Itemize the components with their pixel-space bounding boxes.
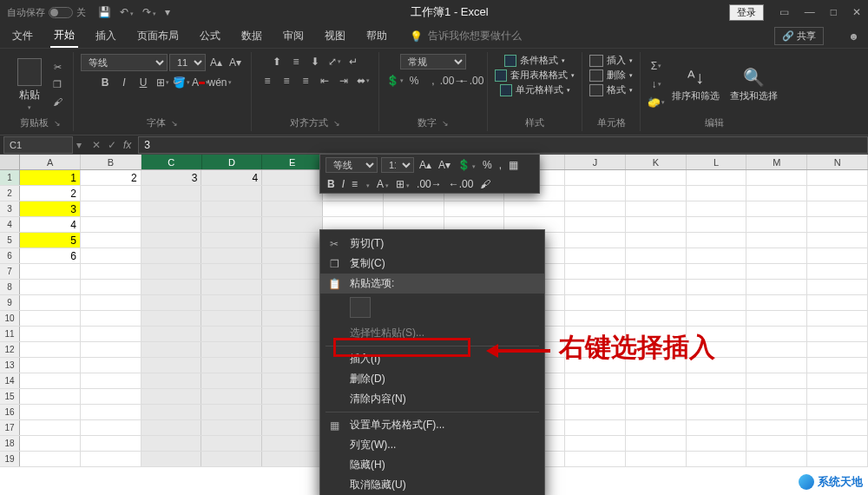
row-header[interactable]: 2	[0, 186, 20, 201]
indent-decrease-icon[interactable]: ⇤	[316, 73, 333, 89]
cell[interactable]	[81, 389, 141, 404]
tab-home[interactable]: 开始	[50, 24, 78, 48]
cell[interactable]	[323, 201, 384, 216]
cell[interactable]	[201, 186, 262, 201]
cell[interactable]	[807, 342, 868, 357]
context-paste-special[interactable]: 选择性粘贴(S)...	[320, 323, 544, 343]
ribbon-display-icon[interactable]: ▭	[779, 6, 789, 18]
row-header[interactable]: 8	[0, 280, 20, 294]
conditional-format-button[interactable]: 条件格式▾	[504, 54, 565, 67]
cell[interactable]	[141, 389, 202, 404]
cell[interactable]	[807, 170, 868, 185]
name-box-dropdown[interactable]: ▾	[73, 139, 85, 151]
cell[interactable]	[141, 186, 202, 201]
cell[interactable]	[746, 201, 807, 216]
cell[interactable]	[201, 452, 262, 466]
column-header-L[interactable]: L	[687, 155, 747, 169]
cell[interactable]	[626, 405, 687, 419]
cell[interactable]	[565, 217, 626, 232]
cell[interactable]	[807, 436, 868, 451]
cell[interactable]	[81, 233, 141, 248]
cell[interactable]	[141, 264, 202, 279]
cell[interactable]	[141, 280, 202, 294]
mini-percent-icon[interactable]: %	[481, 159, 494, 171]
tab-review[interactable]: 审阅	[279, 25, 307, 47]
column-header-M[interactable]: M	[746, 155, 807, 169]
cell[interactable]	[746, 389, 807, 404]
cell[interactable]	[746, 452, 807, 466]
context-cut[interactable]: ✂剪切(T)	[320, 234, 544, 254]
context-paste-options[interactable]: 📋粘贴选项:	[320, 274, 544, 294]
mini-decrease-font-icon[interactable]: A▾	[437, 159, 452, 171]
cell[interactable]	[746, 405, 807, 419]
italic-button[interactable]: I	[115, 75, 133, 90]
fx-icon[interactable]: fx	[123, 139, 131, 151]
cell[interactable]	[262, 358, 323, 373]
cell[interactable]	[746, 170, 807, 185]
cell[interactable]	[141, 295, 202, 310]
cell[interactable]	[20, 342, 81, 357]
cell[interactable]	[201, 420, 262, 435]
feedback-icon[interactable]: ☻	[848, 30, 859, 43]
cell[interactable]: 2	[81, 170, 141, 185]
cell[interactable]	[565, 233, 626, 248]
cell[interactable]	[262, 170, 323, 185]
mini-accounting-icon[interactable]: 💲	[456, 159, 477, 171]
phonetic-button[interactable]: wén	[211, 75, 228, 90]
decrease-decimal-icon[interactable]: ←.00	[463, 73, 480, 89]
format-cells-button[interactable]: 格式▾	[589, 83, 633, 96]
cell[interactable]: 3	[20, 201, 81, 216]
cell[interactable]	[262, 389, 323, 404]
cell[interactable]	[687, 420, 747, 435]
name-box[interactable]: C1	[3, 136, 73, 154]
cell[interactable]	[746, 420, 807, 435]
tab-formulas[interactable]: 公式	[196, 25, 224, 47]
cell[interactable]	[807, 327, 868, 341]
mini-bold-icon[interactable]: B	[326, 178, 337, 190]
cell[interactable]	[746, 436, 807, 451]
login-button[interactable]: 登录	[729, 4, 764, 21]
context-hide[interactable]: 隐藏(H)	[320, 455, 544, 475]
cell[interactable]	[746, 327, 807, 341]
cell[interactable]	[201, 217, 262, 232]
fill-color-button[interactable]: 🪣	[173, 75, 190, 90]
cell[interactable]	[687, 436, 747, 451]
table-format-button[interactable]: 套用表格格式▾	[495, 69, 575, 82]
cell[interactable]	[807, 452, 868, 466]
cell[interactable]	[201, 389, 262, 404]
cell[interactable]	[807, 186, 868, 201]
align-top-icon[interactable]: ⬆	[268, 54, 286, 69]
tab-data[interactable]: 数据	[238, 25, 266, 47]
cell[interactable]	[504, 201, 565, 216]
cell[interactable]	[81, 280, 141, 294]
cell[interactable]: 1	[20, 170, 81, 185]
enter-formula-icon[interactable]: ✓	[108, 139, 116, 151]
redo-icon[interactable]: ↷	[142, 6, 156, 18]
column-header-J[interactable]: J	[565, 155, 626, 169]
cell[interactable]	[20, 389, 81, 404]
row-header[interactable]: 3	[0, 201, 20, 216]
align-left-icon[interactable]: ≡	[259, 73, 276, 89]
cell[interactable]	[807, 264, 868, 279]
cell[interactable]	[262, 436, 323, 451]
cell[interactable]	[20, 452, 81, 466]
cell[interactable]	[201, 358, 262, 373]
paste-option-default[interactable]	[350, 297, 371, 318]
number-launcher[interactable]: ↘	[442, 119, 449, 128]
context-unhide[interactable]: 取消隐藏(U)	[320, 475, 544, 495]
cell[interactable]	[20, 295, 81, 310]
cancel-formula-icon[interactable]: ✕	[92, 139, 101, 151]
cell[interactable]	[807, 217, 868, 232]
alignment-launcher[interactable]: ↘	[333, 119, 340, 128]
indent-increase-icon[interactable]: ⇥	[335, 73, 352, 89]
cell[interactable]	[687, 170, 747, 185]
cell[interactable]	[746, 186, 807, 201]
cell[interactable]: 4	[201, 170, 262, 185]
cell[interactable]	[81, 405, 141, 419]
cell[interactable]	[81, 420, 141, 435]
decrease-font-icon[interactable]: A▾	[227, 55, 244, 70]
cell[interactable]	[807, 280, 868, 294]
cell[interactable]	[626, 436, 687, 451]
tab-page-layout[interactable]: 页面布局	[134, 25, 182, 47]
cell[interactable]	[565, 436, 626, 451]
